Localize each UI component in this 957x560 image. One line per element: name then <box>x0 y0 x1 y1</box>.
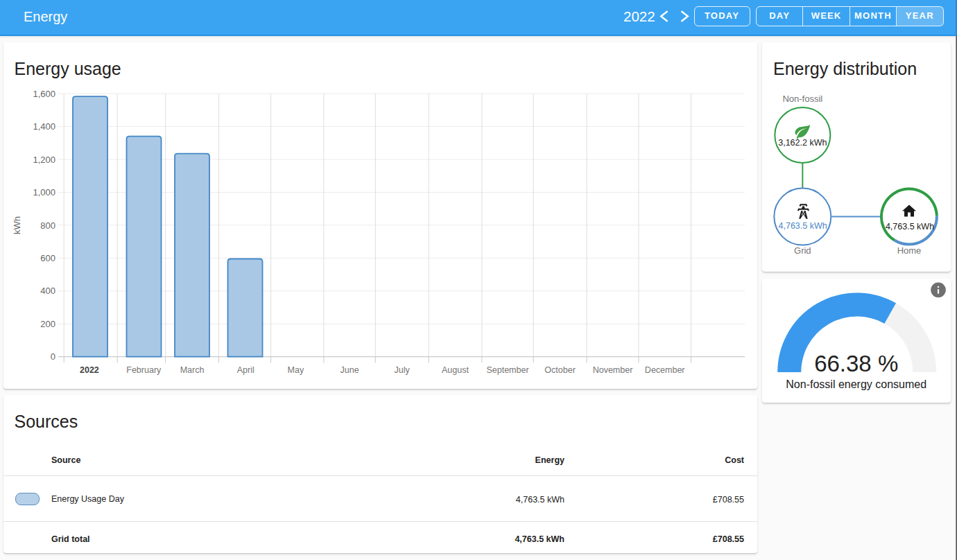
svg-text:1,000: 1,000 <box>33 187 55 198</box>
svg-text:August: August <box>442 365 469 375</box>
svg-text:September: September <box>486 365 528 375</box>
svg-text:400: 400 <box>40 286 55 296</box>
svg-text:Non-fossil: Non-fossil <box>782 94 822 104</box>
svg-text:December: December <box>645 365 685 375</box>
svg-text:October: October <box>544 365 575 375</box>
svg-text:600: 600 <box>40 253 55 263</box>
svg-text:4,763.5 kWh: 4,763.5 kWh <box>779 221 827 231</box>
svg-text:1,200: 1,200 <box>33 155 55 165</box>
svg-text:Grid: Grid <box>794 245 811 256</box>
svg-text:4,763.5 kWh: 4,763.5 kWh <box>886 222 934 231</box>
svg-text:July: July <box>395 365 411 375</box>
svg-text:800: 800 <box>40 220 55 231</box>
svg-text:Non-fossil energy consumed: Non-fossil energy consumed <box>786 378 926 390</box>
svg-text:kWh: kWh <box>12 216 23 234</box>
svg-text:April: April <box>237 365 255 375</box>
svg-text:Home: Home <box>897 245 922 256</box>
svg-text:0: 0 <box>51 351 55 362</box>
svg-text:May: May <box>288 365 304 375</box>
svg-text:June: June <box>340 365 359 375</box>
svg-text:1,600: 1,600 <box>33 89 55 99</box>
svg-text:2022: 2022 <box>80 365 99 375</box>
svg-text:3,162.2 kWh: 3,162.2 kWh <box>778 138 827 148</box>
svg-text:1,400: 1,400 <box>33 121 55 132</box>
svg-text:February: February <box>126 365 162 375</box>
svg-text:March: March <box>180 365 205 375</box>
svg-text:November: November <box>593 365 633 375</box>
svg-text:200: 200 <box>40 319 55 329</box>
svg-text:66.38 %: 66.38 % <box>814 350 898 376</box>
